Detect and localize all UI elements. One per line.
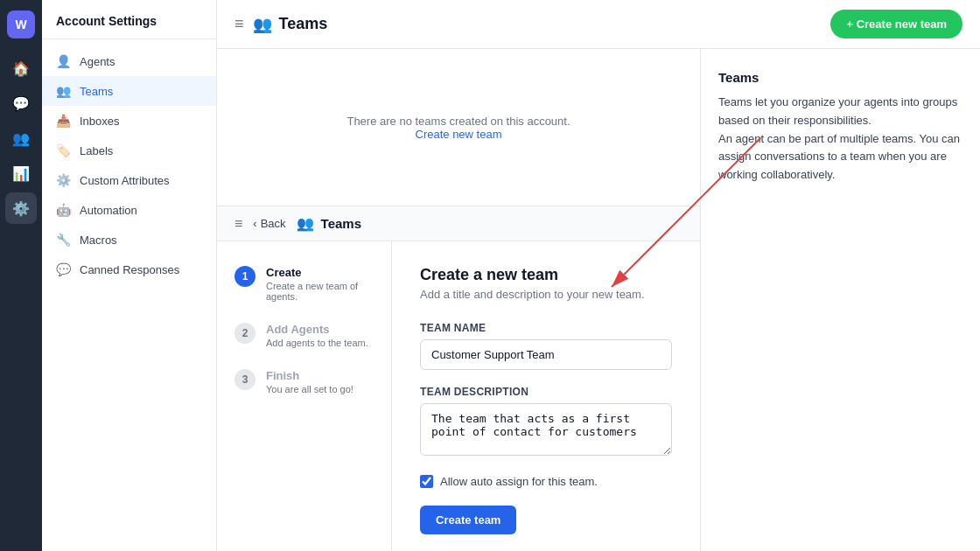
macros-icon: 🔧: [56, 233, 71, 247]
sidebar-item-label-canned-responses: Canned Responses: [80, 263, 179, 276]
content-area: There are no teams created on this accou…: [217, 49, 980, 551]
step-3-item: 3 Finish You are all set to go!: [234, 369, 374, 394]
step-3-desc: You are all set to go!: [266, 384, 354, 394]
step-2-circle: 2: [234, 323, 256, 344]
wizard-area: 1 Create Create a new team of agents. 2 …: [217, 241, 700, 551]
inboxes-icon: 📥: [56, 114, 71, 128]
sidebar-item-label-labels: Labels: [80, 144, 113, 157]
back-button[interactable]: ‹ Back: [253, 217, 285, 230]
sidebar-item-teams[interactable]: 👥 Teams: [42, 76, 216, 106]
step-1-circle: 1: [234, 266, 256, 287]
teams-icon: 👥: [56, 84, 71, 98]
home-icon[interactable]: 🏠: [5, 52, 37, 84]
page-title-area: 👥 Teams: [253, 15, 328, 34]
chat-icon[interactable]: 💬: [5, 87, 37, 119]
step-1-info: Create Create a new team of agents.: [266, 266, 374, 302]
step-1-item: 1 Create Create a new team of agents.: [234, 266, 374, 302]
labels-icon: 🏷️: [56, 143, 71, 157]
sub-header: ≡ ‹ Back 👥 Teams: [217, 206, 700, 241]
empty-state-link[interactable]: Create new team: [416, 128, 502, 141]
step-1-title: Create: [266, 266, 374, 279]
team-name-input[interactable]: [420, 339, 672, 370]
app-logo: W: [7, 10, 35, 38]
custom-attributes-icon: ⚙️: [56, 173, 71, 187]
sub-menu-icon[interactable]: ≡: [234, 216, 242, 232]
sidebar-item-macros[interactable]: 🔧 Macros: [42, 225, 216, 255]
back-label: Back: [261, 217, 286, 230]
sidebar-item-automation[interactable]: 🤖 Automation: [42, 195, 216, 225]
contacts-icon[interactable]: 👥: [5, 122, 37, 154]
sidebar-item-label-macros: Macros: [80, 234, 117, 247]
reports-icon[interactable]: 📊: [5, 157, 37, 189]
auto-assign-checkbox[interactable]: [420, 475, 433, 488]
form-area: Create a new team Add a title and descri…: [392, 241, 700, 551]
sub-title-area: 👥 Teams: [297, 215, 361, 232]
step-2-item: 2 Add Agents Add agents to the team.: [234, 323, 374, 348]
step-1-desc: Create a new team of agents.: [266, 281, 374, 302]
auto-assign-label: Allow auto assign for this team.: [440, 475, 598, 488]
sidebar-header: Account Settings: [42, 0, 216, 39]
steps-sidebar: 1 Create Create a new team of agents. 2 …: [217, 241, 392, 551]
canned-responses-icon: 💬: [56, 262, 71, 276]
step-3-title: Finish: [266, 369, 354, 382]
page-title-icon: 👥: [253, 15, 272, 34]
sidebar-item-labels[interactable]: 🏷️ Labels: [42, 136, 216, 165]
step-2-desc: Add agents to the team.: [266, 338, 368, 348]
automation-icon: 🤖: [56, 203, 71, 217]
sidebar-item-label-agents: Agents: [80, 55, 115, 68]
sidebar-nav: 👤 Agents 👥 Teams 📥 Inboxes 🏷️ Labels ⚙️ …: [42, 39, 216, 551]
sidebar-item-label-custom-attributes: Custom Attributes: [80, 174, 170, 187]
sidebar: Account Settings 👤 Agents 👥 Teams 📥 Inbo…: [42, 0, 217, 551]
sidebar-item-custom-attributes[interactable]: ⚙️ Custom Attributes: [42, 165, 216, 195]
form-subtitle: Add a title and description to your new …: [420, 288, 672, 301]
hamburger-icon[interactable]: ≡: [234, 15, 244, 33]
left-panel: There are no teams created on this accou…: [217, 49, 700, 551]
sidebar-item-inboxes[interactable]: 📥 Inboxes: [42, 106, 216, 136]
auto-assign-row: Allow auto assign for this team.: [420, 475, 672, 488]
info-panel-title: Teams: [718, 70, 962, 85]
sub-title: Teams: [321, 216, 361, 231]
step-2-title: Add Agents: [266, 323, 368, 336]
main-content: ≡ 👥 Teams + Create new team There are no…: [217, 0, 980, 551]
form-title: Create a new team: [420, 266, 672, 284]
step-3-circle: 3: [234, 369, 256, 390]
step-3-info: Finish You are all set to go!: [266, 369, 354, 394]
team-desc-group: Team Description: [420, 386, 672, 459]
info-panel-text: Teams let you organize your agents into …: [718, 94, 962, 185]
empty-state-text: There are no teams created on this accou…: [346, 115, 570, 128]
top-header: ≡ 👥 Teams + Create new team: [217, 0, 980, 49]
info-panel: Teams Teams let you organize your agents…: [700, 49, 980, 551]
team-desc-label: Team Description: [420, 386, 672, 398]
step-2-info: Add Agents Add agents to the team.: [266, 323, 368, 348]
header-left: ≡ 👥 Teams: [234, 15, 327, 34]
team-desc-input[interactable]: [420, 403, 672, 456]
team-name-group: Team name: [420, 322, 672, 370]
sidebar-item-agents[interactable]: 👤 Agents: [42, 46, 216, 76]
team-name-label: Team name: [420, 322, 672, 334]
empty-state: There are no teams created on this accou…: [217, 49, 700, 206]
sidebar-item-canned-responses[interactable]: 💬 Canned Responses: [42, 255, 216, 284]
page-title: Teams: [279, 15, 328, 33]
sidebar-item-label-automation: Automation: [80, 204, 137, 217]
create-team-button[interactable]: Create team: [420, 506, 516, 534]
create-new-team-button[interactable]: + Create new team: [830, 10, 962, 38]
icon-rail: W 🏠 💬 👥 📊 ⚙️: [0, 0, 42, 551]
sidebar-item-label-inboxes: Inboxes: [80, 115, 120, 128]
settings-icon[interactable]: ⚙️: [5, 192, 37, 224]
sidebar-item-label-teams: Teams: [80, 85, 113, 98]
chevron-left-icon: ‹: [253, 217, 256, 230]
agents-icon: 👤: [56, 54, 71, 68]
sub-title-icon: 👥: [297, 215, 314, 232]
